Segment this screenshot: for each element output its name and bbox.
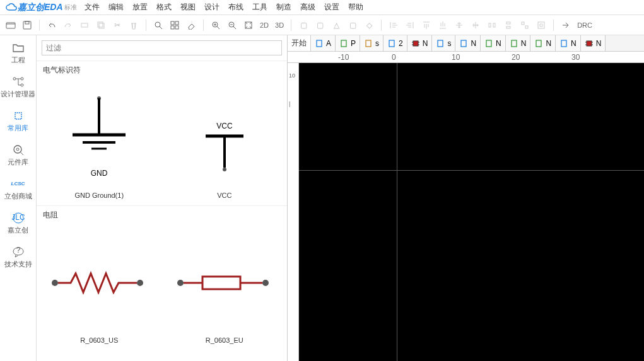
align-3-icon[interactable] bbox=[419, 18, 433, 32]
doc-tab[interactable]: N bbox=[530, 35, 556, 51]
vcc-symbol: VCC bbox=[165, 84, 285, 192]
menu-advanced[interactable]: 高级 bbox=[300, 2, 315, 13]
doc-tab[interactable]: s bbox=[432, 35, 455, 51]
tool-4-icon[interactable]: ▢ bbox=[346, 18, 360, 32]
chip-icon bbox=[11, 109, 25, 123]
cut-icon[interactable]: ✂ bbox=[110, 18, 124, 32]
menu-route[interactable]: 布线 bbox=[228, 2, 243, 13]
doc-tab[interactable]: 2 bbox=[383, 35, 407, 51]
svg-point-44 bbox=[177, 280, 184, 286]
align-5-icon[interactable] bbox=[452, 18, 466, 32]
menu-tools[interactable]: 工具 bbox=[252, 2, 267, 13]
svg-rect-2 bbox=[25, 21, 29, 24]
sidebar-item-project[interactable]: 工程 bbox=[0, 35, 36, 69]
svg-rect-20 bbox=[538, 22, 544, 28]
group-header-resistor[interactable]: 电阻 bbox=[37, 205, 287, 224]
fit-icon[interactable] bbox=[242, 18, 255, 32]
component-r-us[interactable]: R_0603_US bbox=[37, 224, 162, 350]
dist-4-icon[interactable] bbox=[534, 18, 548, 32]
sidebar-item-support[interactable]: ? 技术支持 bbox=[0, 239, 36, 273]
redo-icon[interactable] bbox=[61, 18, 75, 32]
menu-edit[interactable]: 编辑 bbox=[108, 2, 124, 13]
menu-place[interactable]: 放置 bbox=[132, 2, 148, 13]
menu-help[interactable]: 帮助 bbox=[348, 2, 363, 13]
view-2d[interactable]: 2D bbox=[258, 21, 271, 29]
lcsc-icon: LCSC bbox=[11, 177, 25, 191]
svg-rect-1 bbox=[23, 21, 31, 29]
print-icon[interactable] bbox=[78, 18, 91, 32]
undo-icon[interactable] bbox=[45, 18, 59, 32]
doc-tab[interactable]: N bbox=[556, 35, 581, 51]
menu-settings[interactable]: 设置 bbox=[324, 2, 339, 13]
doc-tab[interactable]: s bbox=[360, 35, 383, 51]
dist-2-icon[interactable] bbox=[501, 18, 515, 32]
tool-2-icon[interactable]: ▢ bbox=[313, 18, 327, 32]
zoom-in-icon[interactable] bbox=[209, 18, 223, 32]
svg-rect-3 bbox=[81, 23, 88, 27]
menu-file[interactable]: 文件 bbox=[85, 2, 100, 13]
doc-tab[interactable]: N bbox=[481, 35, 506, 51]
tab-icon bbox=[510, 39, 518, 48]
doc-tab[interactable]: N bbox=[455, 35, 481, 51]
svg-rect-63 bbox=[561, 40, 566, 47]
open-icon[interactable] bbox=[4, 18, 18, 32]
component-r-eu[interactable]: R_0603_EU bbox=[162, 224, 288, 350]
menu-design[interactable]: 设计 bbox=[204, 2, 220, 13]
grid-icon[interactable] bbox=[168, 18, 182, 32]
sidebar-item-jlc[interactable]: JLC 嘉立创 bbox=[0, 205, 36, 239]
delete-icon[interactable] bbox=[127, 18, 141, 32]
filter-input[interactable] bbox=[42, 40, 282, 55]
dist-3-icon[interactable] bbox=[518, 18, 532, 32]
canvas-area: 开始 APs2NsNNNNNN -100102030 10| bbox=[288, 35, 644, 361]
dist-1-icon[interactable] bbox=[485, 18, 499, 32]
align-2-icon[interactable] bbox=[403, 18, 417, 32]
tool-1-icon[interactable]: ▢ bbox=[296, 18, 310, 32]
sidebar-item-common-lib[interactable]: 常用库 bbox=[0, 103, 36, 137]
tab-icon bbox=[387, 39, 396, 48]
copy-icon[interactable] bbox=[94, 18, 108, 32]
svg-rect-61 bbox=[512, 40, 517, 47]
doc-tab[interactable]: A bbox=[311, 35, 336, 51]
svg-text:VCC: VCC bbox=[216, 122, 233, 130]
zoom-out-icon[interactable] bbox=[225, 18, 239, 32]
save-icon[interactable] bbox=[20, 18, 34, 32]
group-header-electrical[interactable]: 电气标识符 bbox=[37, 60, 287, 79]
svg-rect-0 bbox=[6, 23, 15, 28]
tab-label: N bbox=[596, 39, 602, 48]
drc-button[interactable]: DRC bbox=[575, 21, 594, 29]
svg-rect-24 bbox=[15, 113, 21, 119]
tab-icon bbox=[459, 39, 468, 48]
tab-label: A bbox=[326, 39, 331, 48]
component-gnd[interactable]: GND GND Ground(1) bbox=[37, 79, 162, 205]
doc-tab[interactable]: N bbox=[581, 35, 606, 51]
svg-text:GND: GND bbox=[91, 169, 108, 178]
folder-icon bbox=[11, 41, 25, 55]
align-4-icon[interactable] bbox=[436, 18, 450, 32]
tabbar: 开始 APs2NsNNNNNN bbox=[288, 35, 644, 52]
gnd-symbol: GND bbox=[39, 84, 160, 192]
tab-start[interactable]: 开始 bbox=[288, 35, 311, 51]
menu-fabricate[interactable]: 制造 bbox=[276, 2, 291, 13]
menu-format[interactable]: 格式 bbox=[156, 2, 172, 13]
svg-rect-64 bbox=[587, 41, 592, 46]
tool-3-icon[interactable]: △ bbox=[329, 18, 343, 32]
sidebar-item-lcsc[interactable]: LCSC 立创商城 bbox=[0, 171, 36, 205]
align-1-icon[interactable] bbox=[387, 18, 401, 32]
export-icon[interactable] bbox=[559, 18, 573, 32]
menu-view[interactable]: 视图 bbox=[180, 2, 196, 13]
doc-tab[interactable]: N bbox=[506, 35, 531, 51]
component-vcc[interactable]: VCC VCC bbox=[162, 79, 288, 205]
sidebar-item-parts-lib[interactable]: 元件库 bbox=[0, 137, 36, 171]
doc-tab[interactable]: P bbox=[336, 35, 360, 51]
sidebar-item-design-mgr[interactable]: 设计管理器 bbox=[0, 69, 36, 103]
pcb-canvas[interactable] bbox=[299, 63, 644, 361]
align-6-icon[interactable] bbox=[469, 18, 483, 32]
svg-rect-59 bbox=[461, 40, 466, 47]
eraser-icon[interactable] bbox=[184, 18, 198, 32]
svg-rect-58 bbox=[438, 40, 443, 47]
search-icon[interactable] bbox=[151, 18, 165, 32]
doc-tab[interactable]: N bbox=[407, 35, 433, 51]
view-3d[interactable]: 3D bbox=[273, 21, 286, 29]
tool-5-icon[interactable]: ◇ bbox=[362, 18, 376, 32]
tab-label: N bbox=[496, 39, 501, 48]
